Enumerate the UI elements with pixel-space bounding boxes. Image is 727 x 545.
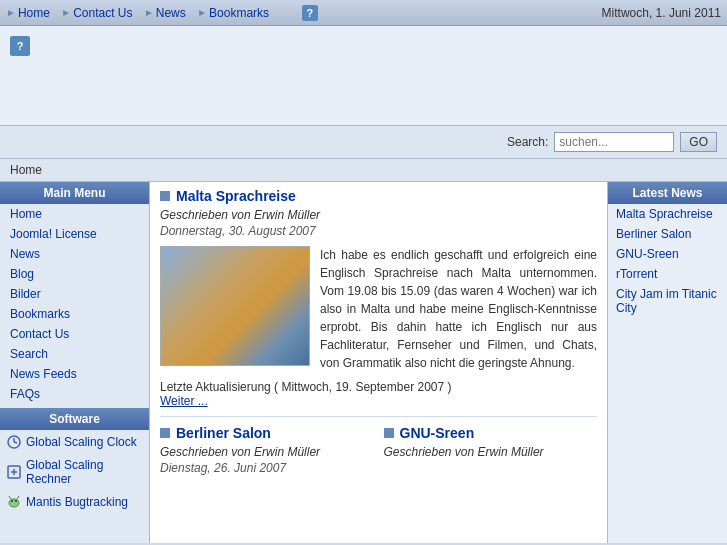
section-square-gnu	[384, 428, 394, 438]
content-divider	[160, 416, 597, 417]
latest-item-rtorrent[interactable]: rTorrent	[608, 264, 727, 284]
search-bar: Search: GO	[0, 126, 727, 159]
svg-line-10	[17, 496, 19, 499]
nav-home[interactable]: ► Home	[6, 6, 50, 20]
sidebar-item-home[interactable]: Home	[0, 204, 149, 224]
latest-item-cityjam[interactable]: City Jam im Titanic City	[608, 284, 727, 318]
sidebar-item-newsfeeds[interactable]: News Feeds	[0, 364, 149, 384]
sub-article-berlin-title: Berliner Salon	[176, 425, 271, 441]
breadcrumb-text: Home	[10, 163, 42, 177]
main-article-header: Malta Sprachreise	[160, 188, 597, 204]
help-icon[interactable]: ?	[302, 5, 318, 21]
software-mantis-label: Mantis Bugtracking	[26, 495, 128, 509]
sub-article-gnu-header: GNU-Sreen	[384, 425, 598, 441]
section-square-icon	[160, 191, 170, 201]
latest-item-berlin[interactable]: Berliner Salon	[608, 224, 727, 244]
nav-bookmarks[interactable]: ► Bookmarks	[197, 6, 269, 20]
latest-item-malta[interactable]: Malta Sprachreise	[608, 204, 727, 224]
nav-news-label: News	[156, 6, 186, 20]
search-button[interactable]: GO	[680, 132, 717, 152]
sidebar-item-contact[interactable]: Contact Us	[0, 324, 149, 344]
sidebar-item-joomla[interactable]: Joomla! License	[0, 224, 149, 244]
right-sidebar: Latest News Malta Sprachreise Berliner S…	[607, 182, 727, 543]
sub-articles: Berliner Salon Geschrieben von Erwin Mül…	[160, 425, 597, 483]
main-article-date: Donnerstag, 30. August 2007	[160, 224, 597, 238]
svg-line-9	[9, 496, 11, 499]
latest-news-header: Latest News	[608, 182, 727, 204]
banner: ?	[0, 26, 727, 126]
nav-contact[interactable]: ► Contact Us	[61, 6, 132, 20]
nav-arrow-2: ►	[61, 7, 71, 18]
sub-article-gnu-author: Geschrieben von Erwin Müller	[384, 445, 598, 459]
sidebar-item-bilder[interactable]: Bilder	[0, 284, 149, 304]
main-menu-header: Main Menu	[0, 182, 149, 204]
sub-article-gnu: GNU-Sreen Geschrieben von Erwin Müller	[384, 425, 598, 483]
nav-sep2	[137, 6, 140, 20]
main-article-more[interactable]: Weiter ...	[160, 394, 208, 408]
software-clock-label: Global Scaling Clock	[26, 435, 137, 449]
nav-contact-label: Contact Us	[73, 6, 132, 20]
software-item-rechner[interactable]: Global Scaling Rechner	[0, 454, 149, 490]
latest-item-gnu[interactable]: GNU-Sreen	[608, 244, 727, 264]
breadcrumb: Home	[0, 159, 727, 182]
software-item-clock[interactable]: Global Scaling Clock	[0, 430, 149, 454]
main-article-body: Ich habe es endlich geschafft und erfolg…	[160, 246, 597, 372]
sub-article-berlin: Berliner Salon Geschrieben von Erwin Mül…	[160, 425, 374, 483]
nav-home-label: Home	[18, 6, 50, 20]
left-sidebar: Main Menu Home Joomla! License News Blog…	[0, 182, 150, 543]
main-article-update: Letzte Aktualisierung ( Mittwoch, 19. Se…	[160, 380, 597, 394]
sub-article-berlin-date: Dienstag, 26. Juni 2007	[160, 461, 374, 475]
top-navigation: ► Home ► Contact Us ► News ► Bookmarks ?…	[0, 0, 727, 26]
mantis-icon	[6, 494, 22, 510]
nav-sep1	[54, 6, 57, 20]
search-label: Search:	[507, 135, 548, 149]
software-item-mantis[interactable]: Mantis Bugtracking	[0, 490, 149, 514]
sidebar-item-news[interactable]: News	[0, 244, 149, 264]
main-article-title: Malta Sprachreise	[176, 188, 296, 204]
software-header: Software	[0, 408, 149, 430]
nav-arrow-3: ►	[144, 7, 154, 18]
nav-sep4	[273, 6, 290, 20]
date-display: Mittwoch, 1. Juni 2011	[602, 6, 721, 20]
svg-line-2	[14, 442, 17, 443]
nav-links: ► Home ► Contact Us ► News ► Bookmarks ?	[6, 5, 602, 21]
sub-article-berlin-header: Berliner Salon	[160, 425, 374, 441]
main-article-text: Ich habe es endlich geschafft und erfolg…	[320, 246, 597, 372]
sub-article-berlin-author: Geschrieben von Erwin Müller	[160, 445, 374, 459]
sidebar-item-search[interactable]: Search	[0, 344, 149, 364]
nav-news[interactable]: ► News	[144, 6, 186, 20]
svg-point-8	[15, 500, 17, 502]
sidebar-item-blog[interactable]: Blog	[0, 264, 149, 284]
svg-point-7	[11, 500, 13, 502]
sub-article-gnu-title: GNU-Sreen	[400, 425, 475, 441]
nav-arrow-4: ►	[197, 7, 207, 18]
nav-arrow: ►	[6, 7, 16, 18]
svg-point-6	[9, 499, 19, 507]
clock-icon	[6, 434, 22, 450]
main-article-image	[160, 246, 310, 366]
section-square-berlin	[160, 428, 170, 438]
sidebar-item-faqs[interactable]: FAQs	[0, 384, 149, 404]
search-input[interactable]	[554, 132, 674, 152]
calc-icon	[6, 464, 22, 480]
main-article-author: Geschrieben von Erwin Müller	[160, 208, 597, 222]
banner-help-icon[interactable]: ?	[10, 36, 30, 56]
software-rechner-label: Global Scaling Rechner	[26, 458, 143, 486]
nav-bookmarks-label: Bookmarks	[209, 6, 269, 20]
main-content: Malta Sprachreise Geschrieben von Erwin …	[150, 182, 607, 543]
nav-sep3	[190, 6, 193, 20]
sidebar-item-bookmarks[interactable]: Bookmarks	[0, 304, 149, 324]
main-layout: Main Menu Home Joomla! License News Blog…	[0, 182, 727, 543]
